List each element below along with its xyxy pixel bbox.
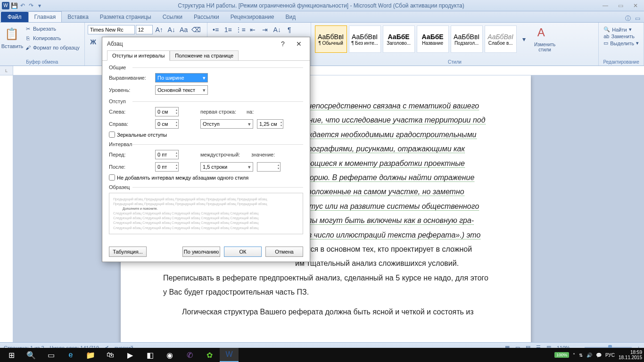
ribbon-tabs: Файл Главная Вставка Разметка страницы С… <box>0 11 644 23</box>
cancel-button[interactable]: Отмена <box>265 247 303 257</box>
explorer-icon[interactable]: 📁 <box>81 348 100 362</box>
styles-more-icon[interactable]: ▾ <box>519 34 530 44</box>
change-styles-button[interactable]: A Изменить стили <box>532 26 558 52</box>
tab-view[interactable]: Вид <box>280 12 301 22</box>
bold-button[interactable]: Ж <box>88 37 99 47</box>
edge-icon[interactable]: e <box>61 348 80 362</box>
multilevel-icon[interactable]: ⋮≡ <box>235 25 246 35</box>
select-button[interactable]: ▭Выделить▾ <box>603 40 639 46</box>
indent-right-spinner[interactable]: 0 см <box>155 119 179 129</box>
show-marks-icon[interactable]: ¶ <box>284 25 295 35</box>
format-painter-button[interactable]: 🖌Формат по образцу <box>23 43 82 52</box>
alignment-select[interactable]: По ширине <box>155 73 208 82</box>
cut-button[interactable]: ✂Вырезать <box>23 25 82 33</box>
ruler-horizontal[interactable]: L <box>0 66 644 75</box>
tab-insert[interactable]: Вставка <box>62 12 94 22</box>
first-line-select[interactable]: Отступ <box>200 119 253 129</box>
redo-icon[interactable]: ↷ <box>27 2 35 9</box>
volume-icon[interactable]: 🔊 <box>586 353 592 358</box>
indent-inc-icon[interactable]: ⇥ <box>259 25 271 35</box>
ribbon-help-icon[interactable]: ▭ <box>634 15 641 22</box>
start-button[interactable]: ⊞ <box>2 348 21 362</box>
clock-date[interactable]: 18.11.2015 <box>619 355 642 360</box>
style-subtle[interactable]: АаБбВвIСлабое в... <box>485 25 517 53</box>
set-default-button[interactable]: По умолчанию <box>182 247 220 257</box>
action-center-icon[interactable]: 💬 <box>596 353 602 358</box>
tray-chevron-icon[interactable]: ˄ <box>573 353 575 358</box>
find-icon: 🔍 <box>603 26 610 33</box>
chrome-icon[interactable]: ◉ <box>160 348 179 362</box>
group-clipboard: 📋 Вставить ✂Вырезать ⎘Копировать 🖌Формат… <box>0 23 85 66</box>
store-icon[interactable]: 🛍 <box>101 348 120 362</box>
dialog-tab-indents[interactable]: Отступы и интервалы <box>107 50 170 61</box>
dialog-close-button[interactable]: ✕ <box>293 39 305 49</box>
dialog-titlebar[interactable]: Абзац ? ✕ <box>102 37 310 50</box>
sort-icon[interactable]: A↓ <box>272 25 283 35</box>
grow-font-icon[interactable]: A↑ <box>154 25 165 35</box>
style-nospacing[interactable]: АаБбВвI¶ Без инте... <box>349 25 381 53</box>
style-title[interactable]: АаБбЕНазвание <box>417 25 449 53</box>
space-before-spinner[interactable]: 0 пт <box>155 150 179 159</box>
tab-review[interactable]: Рецензирование <box>225 12 280 22</box>
clear-format-icon[interactable]: ⌫ <box>190 25 202 35</box>
tabs-button[interactable]: Табуляция... <box>109 247 147 257</box>
media-icon[interactable]: ▶ <box>121 348 140 362</box>
copy-button[interactable]: ⎘Копировать <box>23 34 82 42</box>
indent-dec-icon[interactable]: ⇤ <box>247 25 258 35</box>
icq-icon[interactable]: ✿ <box>200 348 219 362</box>
find-button[interactable]: 🔍Найти▾ <box>603 26 639 33</box>
dialog-tab-linebreaks[interactable]: Положение на странице <box>170 50 239 61</box>
battery-indicator[interactable]: 100% <box>554 352 569 358</box>
dialog-help-button[interactable]: ? <box>277 39 289 49</box>
ruler-vertical[interactable] <box>0 75 13 342</box>
style-subtitle[interactable]: АаБбВвIПодзагол... <box>451 25 483 53</box>
clock-time[interactable]: 18:59 <box>619 350 642 355</box>
outline-level-select[interactable]: Основной текст <box>155 85 208 95</box>
mirror-indents-checkbox[interactable]: Зеркальные отступы <box>109 132 167 138</box>
shrink-font-icon[interactable]: A↓ <box>166 25 177 35</box>
numbering-icon[interactable]: 1≡ <box>223 25 234 35</box>
qat-customize-icon[interactable]: ▾ <box>36 2 43 9</box>
close-button[interactable]: ✕ <box>629 1 642 10</box>
search-icon[interactable]: 🔍 <box>22 348 41 362</box>
app-icon[interactable]: ◧ <box>140 348 159 362</box>
no-space-same-style-checkbox[interactable]: Не добавлять интервал между абзацами одн… <box>109 174 248 181</box>
bullets-icon[interactable]: •≡ <box>210 25 222 35</box>
paste-button[interactable]: 📋 Вставить <box>3 27 22 49</box>
undo-icon[interactable]: ↶ <box>19 2 26 9</box>
space-after-spinner[interactable]: 0 пт <box>155 162 179 172</box>
brush-icon: 🖌 <box>25 44 31 51</box>
line-spacing-select[interactable]: 1,5 строки <box>200 162 253 172</box>
tab-home[interactable]: Главная <box>28 11 62 22</box>
change-case-icon[interactable]: Aa <box>178 25 190 35</box>
indent-left-spinner[interactable]: 0 см <box>155 107 179 116</box>
select-icon: ▭ <box>603 40 608 46</box>
font-size-select[interactable]: 12 <box>136 25 153 34</box>
tab-mailings[interactable]: Рассылки <box>188 12 225 22</box>
style-normal[interactable]: АаБбВвI¶ Обычный <box>315 25 347 53</box>
word-taskbar-icon[interactable]: W <box>220 348 239 362</box>
minimize-button[interactable]: — <box>599 1 612 10</box>
tab-pagelayout[interactable]: Разметка страницы <box>94 12 157 22</box>
spacing-at-label: значение: <box>251 152 275 157</box>
ok-button[interactable]: ОК <box>224 247 262 257</box>
ruler-corner: L <box>0 66 13 75</box>
paragraph-dialog: Абзац ? ✕ Отступы и интервалы Положение … <box>102 37 310 262</box>
network-icon[interactable]: ⇅ <box>579 353 583 358</box>
fieldset-preview: Образец <box>109 184 303 190</box>
maximize-button[interactable]: ▭ <box>614 1 627 10</box>
file-tab[interactable]: Файл <box>1 12 28 22</box>
replace-button[interactable]: abЗаменить <box>603 33 639 39</box>
style-heading1[interactable]: АаБбЕЗаголово... <box>383 25 415 53</box>
font-name-select[interactable]: Times New Rc <box>88 25 135 34</box>
input-lang[interactable]: РУС <box>605 353 615 358</box>
tab-references[interactable]: Ссылки <box>157 12 188 22</box>
indent-right-label: Справа: <box>109 121 151 127</box>
ribbon-minimize-icon[interactable]: ⓘ <box>624 15 632 22</box>
spacing-at-spinner[interactable] <box>257 162 281 172</box>
task-view-icon[interactable]: ▭ <box>41 348 60 362</box>
cut-icon: ✂ <box>25 25 31 32</box>
viber-icon[interactable]: ✆ <box>180 348 199 362</box>
save-icon[interactable]: 💾 <box>10 2 18 9</box>
indent-by-spinner[interactable]: 1,25 см <box>257 119 283 129</box>
